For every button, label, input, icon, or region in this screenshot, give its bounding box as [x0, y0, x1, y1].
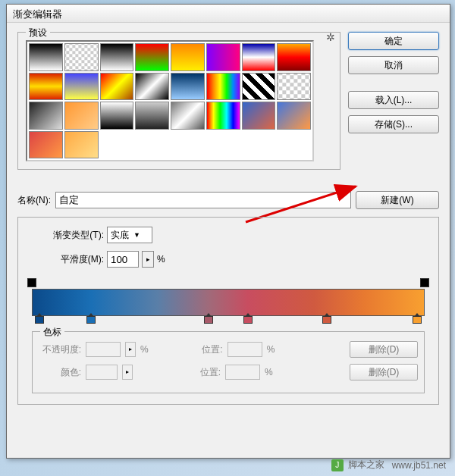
- preset-swatch[interactable]: [100, 43, 134, 71]
- opacity-stop[interactable]: [27, 278, 36, 287]
- name-label: 名称(N):: [17, 194, 51, 207]
- preset-swatch[interactable]: [242, 43, 276, 71]
- preset-swatch[interactable]: [206, 43, 240, 71]
- gradient-bar[interactable]: [32, 289, 425, 316]
- gear-icon[interactable]: ✲: [326, 31, 335, 43]
- preset-swatch[interactable]: [206, 102, 240, 130]
- color-stop[interactable]: [413, 316, 422, 327]
- preset-swatch[interactable]: [135, 73, 169, 101]
- smooth-label: 平滑度(M):: [32, 253, 104, 266]
- preset-swatch[interactable]: [64, 73, 99, 101]
- color-stops-track: [32, 316, 425, 327]
- delete-color-stop-button: 删除(D): [350, 364, 418, 380]
- preset-swatch[interactable]: [100, 73, 134, 101]
- preset-swatch[interactable]: [29, 102, 63, 130]
- chevron-down-icon: ▼: [133, 231, 140, 239]
- opacity-input: [86, 342, 121, 357]
- type-select[interactable]: 实底 ▼: [107, 227, 152, 243]
- preset-swatch[interactable]: [277, 102, 311, 130]
- type-value: 实底: [111, 229, 129, 242]
- position-input-1: [228, 342, 262, 357]
- position-label-1: 位置:: [180, 343, 223, 356]
- titlebar[interactable]: 渐变编辑器: [7, 5, 450, 23]
- button-column: 确定 取消 载入(L)... 存储(S)...: [348, 32, 439, 179]
- gradient-bar-wrap: [32, 278, 425, 327]
- preset-swatch[interactable]: [135, 102, 169, 130]
- preset-swatch[interactable]: [206, 73, 240, 101]
- load-button[interactable]: 载入(L)...: [348, 91, 439, 109]
- color-stop[interactable]: [204, 316, 213, 327]
- gradient-editor-window: 渐变编辑器 预设 ✲ 确定 取消 载入(L)... 存储(S)... 名称(N)…: [6, 4, 450, 459]
- gradient-settings: 渐变类型(T): 实底 ▼ 平滑度(M): ▸ % 色标 不透: [17, 217, 439, 405]
- position-input-2: [225, 365, 260, 380]
- presets-grid: [26, 40, 314, 161]
- position-label-2: 位置:: [178, 366, 221, 379]
- stops-legend: 色标: [40, 326, 64, 339]
- preset-swatch[interactable]: [171, 102, 205, 130]
- preset-swatch[interactable]: [29, 43, 63, 71]
- preset-swatch[interactable]: [242, 73, 276, 101]
- color-picker-toggle: ▸: [122, 365, 133, 380]
- color-stop[interactable]: [86, 316, 96, 327]
- name-input[interactable]: [55, 192, 351, 208]
- footer-url: www.jb51.net: [392, 460, 446, 471]
- logo-icon: J: [331, 459, 344, 471]
- pct-label: %: [157, 254, 165, 265]
- smooth-input[interactable]: [107, 251, 139, 268]
- preset-swatch[interactable]: [277, 73, 311, 101]
- new-button[interactable]: 新建(W): [356, 191, 439, 209]
- ok-button[interactable]: 确定: [348, 32, 439, 50]
- preset-swatch[interactable]: [242, 102, 276, 130]
- color-stop[interactable]: [322, 316, 331, 327]
- preset-swatch[interactable]: [64, 43, 99, 71]
- color-stop[interactable]: [243, 316, 253, 327]
- preset-swatch[interactable]: [135, 43, 169, 71]
- preset-swatch[interactable]: [64, 131, 99, 159]
- presets-legend: 预设: [26, 27, 50, 39]
- footer-text: 脚本之家: [348, 459, 384, 471]
- window-title: 渐变编辑器: [13, 8, 62, 20]
- save-button[interactable]: 存储(S)...: [348, 115, 439, 133]
- name-row: 名称(N): 新建(W): [17, 191, 439, 209]
- preset-swatch[interactable]: [29, 131, 63, 159]
- preset-swatch[interactable]: [171, 73, 205, 101]
- smooth-stepper[interactable]: ▸: [142, 251, 154, 268]
- preset-swatch[interactable]: [171, 43, 205, 71]
- opacity-stop[interactable]: [420, 278, 429, 287]
- color-label: 颜色:: [39, 366, 81, 379]
- color-stop[interactable]: [35, 316, 44, 327]
- opacity-stepper: ▸: [125, 342, 136, 357]
- watermark: J 脚本之家 www.jb51.net: [331, 459, 446, 471]
- presets-fieldset: 预设 ✲: [17, 32, 340, 170]
- preset-swatch[interactable]: [277, 43, 311, 71]
- color-swatch-input: [86, 365, 118, 380]
- type-label: 渐变类型(T):: [32, 229, 104, 242]
- cancel-button[interactable]: 取消: [348, 56, 439, 74]
- opacity-label: 不透明度:: [39, 343, 81, 356]
- preset-swatch[interactable]: [100, 102, 134, 130]
- stops-fieldset: 色标 不透明度: ▸ % 位置: % 删除(D) 颜色: ▸: [32, 331, 425, 393]
- opacity-stops-track: [32, 278, 425, 289]
- delete-opacity-stop-button: 删除(D): [350, 341, 418, 358]
- preset-swatch[interactable]: [64, 102, 99, 130]
- preset-swatch[interactable]: [29, 73, 63, 101]
